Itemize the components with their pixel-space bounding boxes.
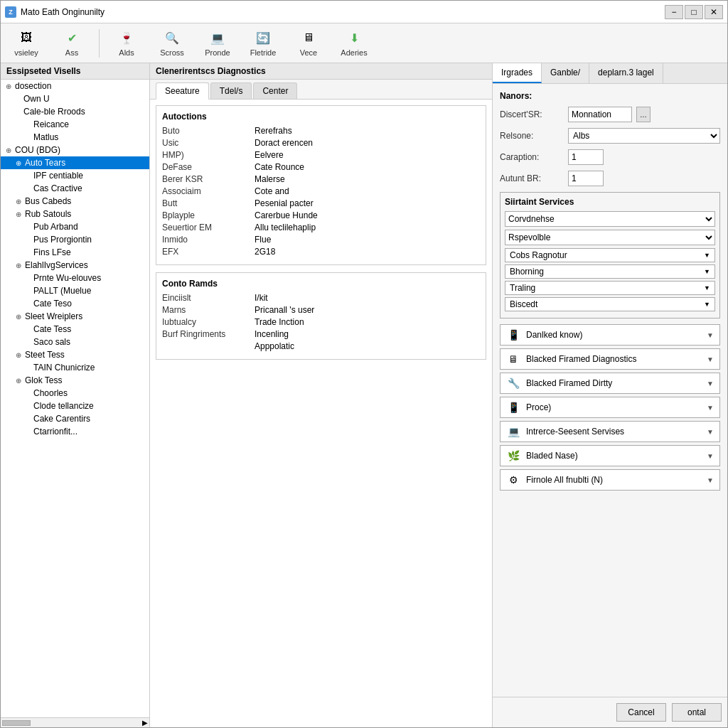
tree-item-tain-chunicrize[interactable]: TAIN Chunicrize [1, 361, 149, 374]
expand-item[interactable]: ⚙Firnole All fnublti (N)▼ [500, 469, 720, 491]
group-dropdown-item[interactable]: Cobs Ragnotur▼ [505, 248, 715, 262]
autunt-input[interactable] [568, 171, 604, 186]
maximize-button[interactable]: □ [685, 5, 703, 19]
tree-item-matlus[interactable]: Matlus [1, 131, 149, 144]
scross-icon: 🔍 [164, 29, 181, 46]
right-panel: IrgradesGanble/deplarn.3 lagel Nanors: D… [493, 63, 727, 727]
group-dropdown-label: Bhorning [510, 267, 544, 277]
expand-item[interactable]: 🌿Bladed Nase)▼ [500, 445, 720, 466]
info-row: Seuertior EMAllu teclilehaplip [162, 223, 480, 232]
tree-item-bus-cabeds[interactable]: ⊕Bus Cabeds [1, 195, 149, 208]
cancel-button[interactable]: Cancel [616, 703, 666, 722]
info-row-value: Pesenial pacter [255, 198, 314, 208]
expand-item[interactable]: 💻Intrerce-Seesent Servises▼ [500, 421, 720, 442]
expand-item[interactable]: 🔧Blacked Firamed Dirtty▼ [500, 373, 720, 394]
tree-item-label: Auto Tears [25, 158, 65, 168]
tree-item-ctarrionfit[interactable]: Ctarrionfit... [1, 425, 149, 438]
ontal-button[interactable]: ontal [672, 703, 722, 722]
expand-item-label: Danlked know) [526, 330, 582, 340]
tree-item-prnte-wu[interactable]: Prnte Wu-elouves [1, 272, 149, 284]
tree-item-cale-ble[interactable]: Cale-ble Rroods [1, 105, 149, 118]
tree-item-cou-bdg[interactable]: ⊕COU (BDG) [1, 144, 149, 156]
expand-item-icon: 📱 [506, 328, 520, 342]
group-dropdown-item[interactable]: Bhorning▼ [505, 264, 715, 279]
tree-item-reicance[interactable]: Reicance [1, 118, 149, 131]
right-tab-irgrades[interactable]: Irgrades [493, 63, 542, 83]
tree-item-steet-tess[interactable]: ⊕Steet Tess [1, 348, 149, 361]
expand-item-icon: 🖥 [506, 352, 520, 366]
caraption-input[interactable] [568, 149, 604, 165]
tree-item-pub-arband[interactable]: Pub Arband [1, 220, 149, 233]
relsone-select[interactable]: Albs [568, 128, 720, 144]
info-row-label: Associaim [162, 186, 255, 196]
discert-input[interactable] [568, 107, 632, 122]
scroll-right[interactable]: ▶ [142, 719, 148, 727]
tree-item-cate-tess[interactable]: Cate Tess [1, 323, 149, 336]
toolbar-fletride-button[interactable]: 🔄 Fletride [242, 26, 284, 60]
info-row-value: Carerbue Hunde [255, 210, 318, 220]
tree-item-dosection[interactable]: ⊕dosection [1, 80, 149, 92]
autunt-label: Autunt BR: [500, 173, 564, 183]
tree-item-cas-cractive[interactable]: Cas Cractive [1, 182, 149, 195]
tree-item-own-u[interactable]: Own U [1, 92, 149, 105]
info-row-value: Pricanall 's user [255, 305, 314, 315]
tree-item-saco-sals[interactable]: Saco sals [1, 336, 149, 348]
expand-item[interactable]: 📱Proce)▼ [500, 397, 720, 418]
nanors-label: Nanors: [500, 91, 720, 101]
tree-item-rub-satouls[interactable]: ⊕Rub Satouls [1, 208, 149, 220]
tree-item-label: Fins LFse [33, 247, 71, 257]
horizontal-scrollbar[interactable]: ▶ [1, 717, 149, 727]
corvdnehse-select[interactable]: Corvdnehse [505, 211, 715, 227]
tree-item-label: Sleet Wreiplers [25, 311, 82, 321]
toolbar-pronde-button[interactable]: 💻 Pronde [196, 26, 239, 60]
tree-item-sleet-wreiplers[interactable]: ⊕Sleet Wreiplers [1, 310, 149, 323]
right-body: Nanors: Discert'SR: … Relsone: Albs Cara… [493, 84, 727, 697]
toolbar-vece-button[interactable]: 🖥 Vece [287, 26, 330, 60]
info-row-value: Malerse [255, 174, 285, 184]
group-dropdown-item[interactable]: Traling▼ [505, 281, 715, 295]
toolbar-alds-button[interactable]: 🍷 Alds [105, 26, 148, 60]
toolbar-aderies-button[interactable]: ⬇ Aderies [333, 26, 375, 60]
toolbar-ass-button[interactable]: ✔ Ass [50, 26, 93, 60]
info-row-value: Incenling [255, 329, 289, 339]
minimize-button[interactable]: − [665, 5, 683, 19]
tree-item-choorles[interactable]: Choorles [1, 387, 149, 400]
info-row-label: Buto [162, 126, 255, 136]
tree-item-clode-tellancize[interactable]: Clode tellancize [1, 400, 149, 412]
tree-item-auto-tears[interactable]: ⊕Auto Tears [1, 156, 149, 169]
info-row-value: Flue [255, 235, 271, 245]
info-row: UsicDoract erencen [162, 138, 480, 148]
discert-row: Discert'SR: … [500, 107, 720, 122]
tree-item-glok-tess[interactable]: ⊕Glok Tess [1, 374, 149, 387]
expand-item[interactable]: 🖥Blacked Firamed Diagnostics▼ [500, 348, 720, 370]
relsone-label: Relsone: [500, 131, 564, 141]
alds-icon: 🍷 [118, 29, 135, 46]
tree-container[interactable]: ⊕dosectionOwn UCale-ble RroodsReicanceMa… [1, 80, 149, 717]
tree-item-cate-teso[interactable]: Cate Teso [1, 297, 149, 310]
info-row-label: Marns [162, 305, 255, 315]
right-tab-deplarn[interactable]: deplarn.3 lagel [589, 63, 663, 83]
tree-item-fins-lfse[interactable]: Fins LFse [1, 246, 149, 259]
info-row-label: EFX [162, 247, 255, 257]
expand-item-icon: 🌿 [506, 449, 520, 463]
toolbar-scross-button[interactable]: 🔍 Scross [151, 26, 193, 60]
center-tab-tdels[interactable]: Tdel/s [210, 82, 252, 99]
center-tab-center[interactable]: Center [253, 82, 297, 99]
tree-item-elah-livg[interactable]: ⊕ElahlIvgServices [1, 259, 149, 272]
tree-item-cake-carentirs[interactable]: Cake Carentirs [1, 412, 149, 425]
center-tab-seeature[interactable]: Seeature [156, 82, 209, 100]
right-tab-ganble[interactable]: Ganble/ [542, 63, 589, 83]
tree-item-pallt-muelue[interactable]: PALLT (Muelue [1, 284, 149, 297]
rspevolble-select[interactable]: Rspevolble [505, 230, 715, 245]
expand-item[interactable]: 📱Danlked know)▼ [500, 324, 720, 346]
toolbar-vsieley-button[interactable]: 🖼 vsieley [5, 26, 48, 60]
info-row-value: Rerefrahs [255, 126, 292, 136]
tree-item-pus-prorgiontin[interactable]: Pus Prorgiontin [1, 233, 149, 246]
aderies-label: Aderies [341, 48, 367, 57]
discert-button[interactable]: … [636, 107, 651, 122]
expand-item-label: Firnole All fnublti (N) [526, 475, 603, 485]
tree-item-ipf-centiable[interactable]: IPF centiable [1, 169, 149, 182]
expand-item-left: 📱Danlked know) [506, 328, 582, 342]
close-button[interactable]: ✕ [705, 5, 723, 19]
group-dropdown-item[interactable]: Biscedt▼ [505, 297, 715, 311]
